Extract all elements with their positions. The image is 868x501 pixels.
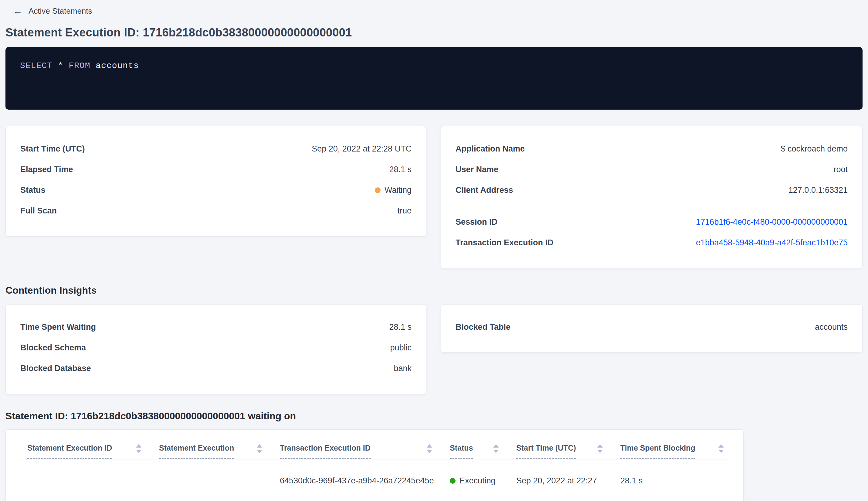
cell-transaction-execution-id: 64530d0c-969f-437e-a9b4-26a72245e45e: [280, 476, 450, 486]
start-time-label: Start Time (UTC): [20, 144, 85, 154]
blocked-table-value: accounts: [815, 322, 848, 332]
user-name-row: User Name root: [456, 159, 848, 180]
blocked-table-card: Blocked Table accounts: [441, 304, 862, 352]
sort-control[interactable]: [718, 443, 724, 453]
top-cards-row: Start Time (UTC) Sep 20, 2022 at 22:28 U…: [6, 126, 862, 268]
blocked-database-label: Blocked Database: [20, 364, 91, 373]
column-header-label[interactable]: Transaction Execution ID: [280, 443, 371, 459]
transaction-execution-id-link[interactable]: e1bba458-5948-40a9-a42f-5feac1b10e75: [696, 238, 848, 247]
blocked-database-row: Blocked Database bank: [20, 358, 412, 379]
sql-star: *: [58, 61, 63, 71]
sql-keyword-from: FROM: [68, 61, 90, 71]
page-title: Statement Execution ID: 1716b218dc0b3838…: [6, 26, 862, 39]
client-address-label: Client Address: [456, 185, 513, 195]
table-header-row: Statement Execution ID Statement Executi…: [19, 430, 730, 459]
sort-up-icon: [257, 444, 262, 448]
cell-status-text: Executing: [459, 476, 496, 486]
waiting-on-heading: Statement ID: 1716b218dc0b38380000000000…: [6, 411, 862, 422]
executing-status-dot-icon: [450, 478, 456, 484]
blocked-database-value: bank: [394, 364, 412, 373]
blocked-schema-label: Blocked Schema: [20, 343, 86, 352]
session-id-link[interactable]: 1716b1f6-4e0c-f480-0000-000000000001: [696, 217, 848, 227]
sort-up-icon: [427, 444, 432, 448]
full-scan-value: true: [397, 206, 412, 216]
waiting-status-dot-icon: [375, 187, 381, 193]
sql-table-name: accounts: [96, 61, 139, 71]
user-name-value: root: [833, 165, 848, 174]
sort-down-icon: [718, 450, 724, 453]
sort-up-icon: [493, 444, 499, 448]
blocked-schema-row: Blocked Schema public: [20, 337, 412, 358]
sort-control[interactable]: [257, 443, 262, 453]
sort-down-icon: [136, 450, 141, 453]
sql-keyword-select: SELECT: [20, 61, 53, 71]
sort-up-icon: [718, 444, 724, 448]
column-header-label[interactable]: Start Time (UTC): [516, 443, 576, 459]
application-name-label: Application Name: [456, 144, 525, 154]
transaction-execution-id-label: Transaction Execution ID: [456, 238, 554, 247]
client-address-value: 127.0.0.1:63321: [789, 185, 848, 195]
sort-control[interactable]: [493, 443, 499, 453]
cell-time-spent-blocking: 28.1 s: [620, 476, 726, 486]
status-row: Status Waiting: [20, 180, 412, 200]
sort-down-icon: [427, 450, 432, 453]
start-time-value: Sep 20, 2022 at 22:28 UTC: [312, 144, 412, 154]
session-card-divider: [456, 206, 848, 206]
status-value-text: Waiting: [384, 185, 412, 195]
sort-up-icon: [597, 444, 603, 448]
start-time-row: Start Time (UTC) Sep 20, 2022 at 22:28 U…: [20, 138, 412, 159]
waiting-on-table-card: Statement Execution ID Statement Executi…: [6, 429, 744, 501]
column-header-label[interactable]: Statement Execution: [159, 443, 234, 459]
back-link-label: Active Statements: [29, 7, 92, 16]
user-name-label: User Name: [456, 165, 498, 174]
elapsed-time-label: Elapsed Time: [20, 165, 73, 174]
sql-statement-box: SELECT * FROM accounts: [6, 47, 862, 110]
arrow-left-icon: ←: [13, 6, 22, 16]
contention-cards-row: Time Spent Waiting 28.1 s Blocked Schema…: [6, 304, 862, 394]
column-header-statement-execution-id: Statement Execution ID: [27, 443, 159, 459]
contention-left-card: Time Spent Waiting 28.1 s Blocked Schema…: [6, 304, 426, 394]
sort-up-icon: [136, 444, 141, 448]
column-header-start-time: Start Time (UTC): [516, 443, 620, 459]
time-spent-waiting-value: 28.1 s: [389, 322, 412, 332]
back-link-active-statements[interactable]: ← Active Statements: [13, 4, 92, 18]
contention-insights-heading: Contention Insights: [6, 285, 862, 296]
status-label: Status: [20, 185, 45, 195]
sort-control[interactable]: [427, 443, 432, 453]
time-spent-waiting-row: Time Spent Waiting 28.1 s: [20, 317, 412, 337]
session-id-label: Session ID: [456, 217, 497, 227]
column-header-transaction-execution-id: Transaction Execution ID: [280, 443, 450, 459]
full-scan-row: Full Scan true: [20, 200, 412, 221]
column-header-label[interactable]: Statement Execution ID: [27, 443, 112, 459]
client-address-row: Client Address 127.0.0.1:63321: [456, 180, 848, 200]
full-scan-label: Full Scan: [20, 206, 57, 216]
status-value: Waiting: [375, 185, 412, 195]
column-header-status: Status: [450, 443, 516, 459]
time-spent-waiting-label: Time Spent Waiting: [20, 322, 96, 332]
application-name-row: Application Name $ cockroach demo: [456, 138, 848, 159]
column-header-time-spent-blocking: Time Spent Blocking: [620, 443, 726, 459]
sort-control[interactable]: [597, 443, 603, 453]
session-card: Application Name $ cockroach demo User N…: [441, 126, 862, 268]
overview-card: Start Time (UTC) Sep 20, 2022 at 22:28 U…: [6, 126, 426, 236]
blocked-schema-value: public: [390, 343, 412, 352]
elapsed-time-value: 28.1 s: [389, 165, 412, 174]
blocked-table-row: Blocked Table accounts: [456, 317, 848, 337]
sort-control[interactable]: [136, 443, 141, 453]
table-row: 64530d0c-969f-437e-a9b4-26a72245e45e Exe…: [19, 459, 730, 501]
elapsed-time-row: Elapsed Time 28.1 s: [20, 159, 412, 180]
sort-down-icon: [597, 450, 603, 453]
sort-down-icon: [493, 450, 499, 453]
column-header-statement-execution: Statement Execution: [159, 443, 280, 459]
statement-execution-page: ← Active Statements Statement Execution …: [0, 0, 868, 501]
column-header-label[interactable]: Status: [450, 443, 473, 459]
cell-start-time: Sep 20, 2022 at 22:27: [516, 476, 620, 486]
transaction-execution-id-row: Transaction Execution ID e1bba458-5948-4…: [456, 232, 848, 253]
blocked-table-label: Blocked Table: [456, 322, 510, 332]
application-name-value: $ cockroach demo: [781, 144, 848, 154]
column-header-label[interactable]: Time Spent Blocking: [620, 443, 695, 459]
sort-down-icon: [257, 450, 262, 453]
session-id-row: Session ID 1716b1f6-4e0c-f480-0000-00000…: [456, 212, 848, 232]
cell-status: Executing: [450, 476, 516, 486]
